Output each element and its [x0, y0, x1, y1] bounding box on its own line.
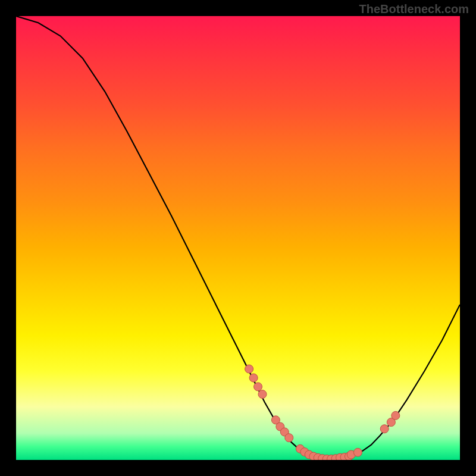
data-marker	[249, 374, 258, 382]
data-marker	[285, 434, 293, 442]
data-marker	[245, 365, 253, 373]
data-marker	[380, 425, 389, 433]
chart-svg	[16, 16, 460, 460]
marker-group	[245, 365, 400, 460]
data-marker	[392, 411, 400, 419]
data-marker	[254, 383, 262, 391]
data-marker	[258, 390, 267, 399]
data-marker	[353, 448, 362, 456]
bottleneck-curve	[16, 16, 460, 459]
watermark-text: TheBottleneck.com	[359, 2, 469, 16]
plot-area	[16, 16, 460, 460]
